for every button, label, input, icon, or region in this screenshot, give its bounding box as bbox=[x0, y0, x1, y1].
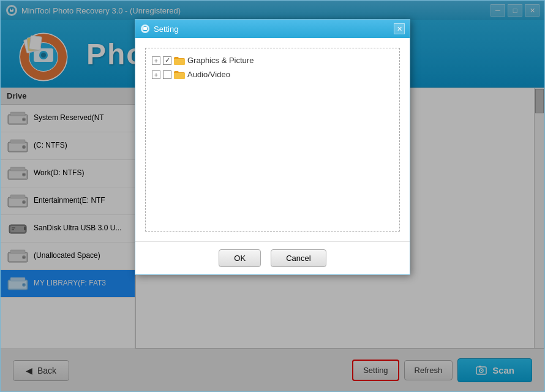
tree-checkbox-audio-video[interactable] bbox=[163, 70, 171, 79]
svg-rect-54 bbox=[143, 27, 147, 30]
modal-overlay: Setting ✕ + Graphics & Picture bbox=[1, 1, 544, 391]
tree-expand-graphics[interactable]: + bbox=[152, 56, 160, 65]
tree-label-audio-video: Audio/Video bbox=[187, 70, 230, 79]
tree-label-graphics: Graphics & Picture bbox=[187, 56, 254, 65]
folder-icon-graphics bbox=[174, 56, 185, 65]
dialog-title-bar: Setting ✕ bbox=[135, 20, 410, 38]
main-window: MiniTool Photo Recovery 3.0 - (Unregiste… bbox=[0, 0, 545, 392]
folder-icon-audio-video bbox=[174, 70, 185, 79]
dialog-content: + Graphics & Picture + bbox=[135, 38, 410, 241]
tree-item-audio-video[interactable]: + Audio/Video bbox=[151, 67, 394, 81]
tree-item-graphics[interactable]: + Graphics & Picture bbox=[151, 53, 394, 67]
tree-expand-audio-video[interactable]: + bbox=[152, 70, 160, 79]
dialog-title-left: Setting bbox=[140, 24, 178, 34]
dialog-buttons: OK Cancel bbox=[135, 241, 410, 274]
dialog-close-button[interactable]: ✕ bbox=[394, 23, 405, 34]
tree-checkbox-graphics[interactable] bbox=[163, 56, 171, 65]
dialog-ok-button[interactable]: OK bbox=[219, 249, 261, 267]
setting-dialog: Setting ✕ + Graphics & Picture bbox=[135, 19, 410, 275]
dialog-cancel-button[interactable]: Cancel bbox=[271, 249, 326, 267]
setting-dialog-icon bbox=[140, 24, 150, 34]
dialog-title-text: Setting bbox=[154, 24, 178, 34]
file-tree: + Graphics & Picture + bbox=[145, 48, 400, 232]
